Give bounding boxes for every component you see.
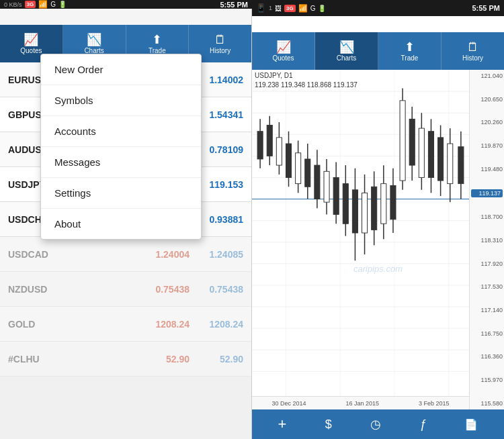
toolbar-plus-button[interactable]: + xyxy=(271,413,294,436)
svg-rect-30 xyxy=(305,159,310,187)
wifi-icon-left: G xyxy=(50,1,56,8)
time-label-jan: 16 Jan 2015 xyxy=(345,400,379,407)
whatsapp-count: 1 xyxy=(269,5,272,11)
menu-item-settings[interactable]: Settings xyxy=(41,178,201,209)
time-right: 5:55 PM xyxy=(472,4,500,12)
price-117920: 117.920 xyxy=(471,260,503,267)
chart-header: USDJPY, D1 119.238 119.348 118.868 119.1… xyxy=(255,71,358,90)
svg-rect-54 xyxy=(419,128,424,177)
tab-charts-right[interactable]: 📉 Charts xyxy=(315,32,378,70)
menu-item-accounts[interactable]: Accounts xyxy=(41,116,201,147)
svg-rect-22 xyxy=(267,126,272,156)
svg-rect-32 xyxy=(314,165,320,199)
time-axis: 30 Dec 2014 16 Jan 2015 3 Feb 2015 xyxy=(252,396,469,409)
time-label-dec: 30 Dec 2014 xyxy=(271,400,306,407)
price-119870: 119.870 xyxy=(471,142,503,149)
bid-gold: 1208.24 xyxy=(136,319,190,330)
history-label-right: History xyxy=(462,54,483,62)
trade-icon-left: ⬆ xyxy=(152,34,162,46)
wifi-right: G xyxy=(310,5,316,12)
svg-rect-28 xyxy=(296,153,301,184)
network-type-badge-left: 3G xyxy=(25,1,36,8)
symbol-gold: GOLD xyxy=(8,319,136,330)
svg-rect-50 xyxy=(400,101,405,181)
battery-icon-right: 🔋 xyxy=(318,5,326,12)
network-speed: 0 KB/s xyxy=(4,1,22,8)
charts-icon-left: 📉 xyxy=(87,34,101,46)
svg-rect-34 xyxy=(324,171,329,202)
status-bar-right: 📱 1 🖼 3G 📶 G 🔋 5:55 PM xyxy=(252,0,504,16)
battery-icon-left: 🔋 xyxy=(58,1,67,8)
svg-rect-52 xyxy=(409,119,415,165)
price-120260: 120.260 xyxy=(471,119,503,126)
price-current: 119.137 xyxy=(471,189,503,197)
nav-tabs-right: 📈 Quotes 📉 Charts ⬆ Trade 🗒 History xyxy=(252,32,504,70)
trade-label-right: Trade xyxy=(401,54,419,62)
toolbar-document-button[interactable]: 📄 xyxy=(458,416,485,434)
charts-icon-right: 📉 xyxy=(339,41,354,53)
svg-rect-24 xyxy=(276,138,282,165)
svg-rect-62 xyxy=(458,147,464,184)
menu-item-new-order[interactable]: New Order xyxy=(41,54,201,85)
tab-trade-right[interactable]: ⬆ Trade xyxy=(378,32,442,70)
menu-item-symbols[interactable]: Symbols xyxy=(41,85,201,116)
bid-clhu: 52.90 xyxy=(136,354,190,364)
network-type-badge-right: 3G xyxy=(284,5,296,12)
tab-quotes-right[interactable]: 📈 Quotes xyxy=(252,32,315,70)
whatsapp-icon: 📱 xyxy=(256,3,266,13)
ask-clhu: 52.90 xyxy=(190,354,243,364)
symbol-clhu: #CLHU xyxy=(8,354,136,364)
price-118310: 118.310 xyxy=(471,237,503,244)
svg-rect-36 xyxy=(333,177,339,214)
price-121040: 121.040 xyxy=(471,72,503,79)
quote-row-clhu[interactable]: #CLHU 52.90 52.90 xyxy=(0,342,251,377)
photo-icon: 🖼 xyxy=(275,5,282,12)
ask-usdcad: 1.24085 xyxy=(190,249,243,260)
svg-rect-48 xyxy=(390,185,396,219)
toolbar-clock-button[interactable]: ◷ xyxy=(364,414,388,434)
chart-canvas xyxy=(252,70,469,396)
price-116360: 116.360 xyxy=(471,353,503,360)
signal-icon-right: 📶 xyxy=(298,4,308,13)
status-bar-left: 0 KB/s 3G 📶 G 🔋 5:55 PM xyxy=(0,0,252,9)
right-panel: 📱 1 🖼 3G 📶 G 🔋 5:55 PM 📈 Quotes 📉 Charts… xyxy=(252,0,504,439)
price-119480: 119.480 xyxy=(471,166,503,173)
chart-container[interactable]: USDJPY, D1 119.238 119.348 118.868 119.1… xyxy=(252,70,504,409)
svg-rect-60 xyxy=(448,144,453,184)
history-icon-right: 🗒 xyxy=(467,41,479,53)
price-115580: 115.580 xyxy=(471,400,503,407)
menu-item-about[interactable]: About xyxy=(41,209,201,239)
history-label-left: History xyxy=(210,47,230,54)
chart-ohlc: 119.238 119.348 118.868 119.137 xyxy=(255,81,358,90)
symbol-usdcad: USDCAD xyxy=(8,249,136,260)
svg-rect-46 xyxy=(381,184,386,224)
trade-label-left: Trade xyxy=(149,47,166,54)
svg-rect-58 xyxy=(438,138,444,181)
quote-row-nzdusd[interactable]: NZDUSD 0.75438 0.75438 xyxy=(0,272,251,307)
time-left: 5:55 PM xyxy=(220,1,248,9)
menu-item-messages[interactable]: Messages xyxy=(41,147,201,178)
trade-icon-right: ⬆ xyxy=(405,41,415,53)
svg-rect-44 xyxy=(372,187,377,230)
price-117140: 117.140 xyxy=(471,307,503,313)
price-axis: 121.040 120.650 120.260 119.870 119.480 … xyxy=(469,70,504,409)
svg-rect-26 xyxy=(286,144,291,177)
quotes-label-left: Quotes xyxy=(20,47,42,54)
tab-history-right[interactable]: 🗒 History xyxy=(442,32,504,70)
quotes-icon-right: 📈 xyxy=(276,41,291,53)
price-115970: 115.970 xyxy=(471,377,503,383)
history-icon-left: 🗒 xyxy=(214,34,226,46)
ask-gold: 1208.24 xyxy=(190,319,243,330)
toolbar-dollar-button[interactable]: $ xyxy=(319,415,339,434)
quote-row-usdcad[interactable]: USDCAD 1.24004 1.24085 xyxy=(0,237,251,272)
price-120650: 120.650 xyxy=(471,96,503,103)
svg-rect-20 xyxy=(257,132,263,159)
price-117530: 117.530 xyxy=(471,283,503,290)
quote-row-gold[interactable]: GOLD 1208.24 1208.24 xyxy=(0,307,251,342)
dropdown-menu: New Order Symbols Accounts Messages Sett… xyxy=(40,54,202,240)
charts-label-right: Charts xyxy=(337,54,356,62)
bid-nzdusd: 0.75438 xyxy=(136,284,190,295)
toolbar-script-button[interactable]: ƒ xyxy=(413,415,433,434)
price-118700: 118.700 xyxy=(471,213,503,220)
ask-nzdusd: 0.75438 xyxy=(190,284,243,295)
